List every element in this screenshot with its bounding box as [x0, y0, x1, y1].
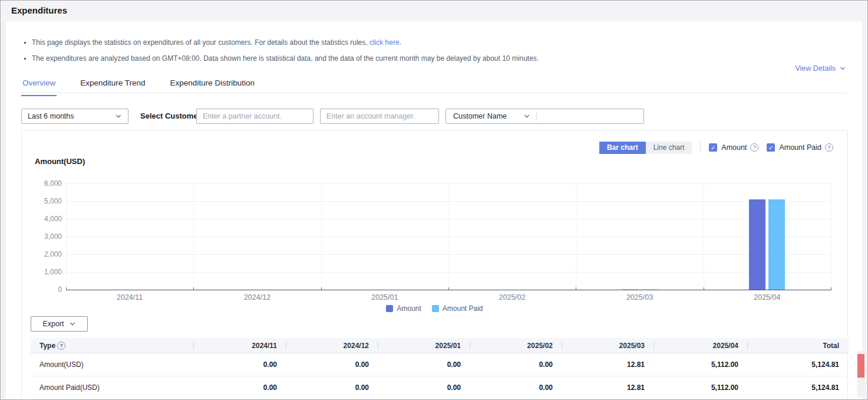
notice-suffix: . — [400, 38, 401, 47]
account-manager-field — [320, 109, 439, 124]
row-value-cell: 12.81 — [562, 376, 654, 399]
customer-field-select[interactable]: Customer Name — [446, 112, 536, 120]
column-header-2025-04: 2025/04 — [654, 338, 748, 353]
partner-account-field — [196, 109, 313, 124]
row-value-cell: 0.00 — [378, 353, 470, 376]
row-value-cell: 5,124.81 — [748, 376, 849, 399]
tab-expenditure-distribution[interactable]: Expenditure Distribution — [169, 78, 256, 96]
legend-item-amount[interactable]: Amount — [386, 304, 421, 313]
legend-swatch — [432, 305, 439, 312]
expenditures-page: Expenditures This page displays the stat… — [0, 0, 868, 400]
y-axis-tick-label: 0 — [27, 286, 62, 294]
x-axis-label: 2024/12 — [231, 293, 284, 301]
y-axis-tick-label: 6,000 — [27, 179, 62, 188]
legend-label: Amount Paid — [443, 304, 483, 313]
legend-swatch — [386, 305, 393, 312]
row-value-cell: 0.00 — [194, 376, 286, 399]
column-header-2025-01: 2025/01 — [378, 338, 470, 353]
vertical-gridline — [321, 183, 322, 290]
column-header-type: Type? — [31, 338, 194, 353]
vertical-gridline — [193, 183, 194, 290]
notice-list: This page displays the statistics on exp… — [24, 39, 539, 71]
tab-overview[interactable]: Overview — [21, 78, 57, 96]
vertical-scrollbar-track[interactable] — [857, 351, 864, 397]
column-header-2025-02: 2025/02 — [470, 338, 562, 353]
row-type-label: Amount Paid(USD) — [31, 376, 194, 399]
vertical-gridline — [66, 183, 67, 290]
chevron-down-icon — [115, 113, 122, 120]
export-label: Export — [42, 320, 64, 328]
column-header-2024-12: 2024/12 — [286, 338, 378, 353]
filter-bar: Last 6 months Select Customer Customer N… — [6, 109, 862, 124]
chevron-down-icon — [69, 320, 76, 327]
notice-item: This page displays the statistics on exp… — [24, 39, 539, 47]
x-axis-label: 2024/11 — [103, 293, 156, 301]
y-axis-tick-label: 5,000 — [27, 197, 62, 205]
vertical-gridline — [831, 183, 831, 290]
x-axis-label: 2025/04 — [741, 293, 794, 301]
vertical-gridline — [704, 183, 704, 290]
bar-amount — [622, 289, 638, 290]
customer-name-input[interactable] — [537, 109, 643, 123]
row-value-cell: 0.00 — [194, 353, 286, 376]
click-here-link[interactable]: click here — [369, 38, 400, 47]
content-card: This page displays the statistics on exp… — [6, 21, 862, 399]
x-axis-label: 2025/03 — [613, 293, 666, 301]
x-axis-label: 2025/02 — [486, 293, 539, 301]
x-axis-line — [66, 290, 831, 290]
row-value-cell: 0.00 — [378, 376, 470, 399]
column-header-2024-11: 2024/11 — [194, 338, 286, 353]
bar-amount-paid — [768, 199, 785, 290]
account-manager-input[interactable] — [326, 109, 433, 123]
bar-amount-paid — [641, 289, 658, 290]
y-axis-tick-label: 2,000 — [27, 250, 62, 258]
vertical-gridline — [448, 183, 449, 290]
row-value-cell: 12.81 — [562, 353, 654, 376]
tab-expenditure-trend[interactable]: Expenditure Trend — [79, 78, 146, 96]
legend-item-amount-paid[interactable]: Amount Paid — [432, 304, 483, 313]
page-title: Expenditures — [11, 5, 67, 15]
table-header-row: Type?2024/112024/122025/012025/022025/03… — [31, 338, 849, 353]
help-icon[interactable]: ? — [57, 342, 65, 350]
y-axis-tick-label: 4,000 — [27, 215, 62, 223]
partner-account-input[interactable] — [203, 109, 307, 123]
select-customer-label: Select Customer — [140, 109, 201, 124]
column-header-total: Total — [748, 338, 849, 353]
view-details-link[interactable]: View Details — [795, 64, 846, 73]
legend-label: Amount — [397, 304, 421, 313]
vertical-scrollbar-thumb[interactable] — [857, 354, 864, 378]
row-value-cell: 5,124.81 — [748, 353, 849, 376]
time-range-select[interactable]: Last 6 months — [21, 109, 128, 124]
expenditure-table: Type?2024/112024/122025/012025/022025/03… — [31, 338, 849, 399]
table-row: Amount(USD)0.000.000.000.0012.815,112.00… — [31, 353, 849, 376]
chevron-down-icon — [523, 113, 530, 120]
row-value-cell: 5,112.00 — [654, 376, 748, 399]
row-value-cell: 0.00 — [470, 353, 562, 376]
x-axis-label: 2025/01 — [358, 293, 411, 301]
bar-amount — [749, 199, 765, 290]
chevron-down-icon — [839, 65, 846, 72]
y-axis-tick-label: 3,000 — [27, 232, 62, 241]
customer-field-value: Customer Name — [453, 112, 507, 120]
table-row: Amount Paid(USD)0.000.000.000.0012.815,1… — [31, 376, 849, 399]
vertical-gridline — [576, 183, 576, 290]
row-value-cell: 0.00 — [286, 353, 378, 376]
notice-text: This page displays the statistics on exp… — [32, 38, 369, 47]
tab-divider — [20, 93, 847, 93]
row-value-cell: 0.00 — [470, 376, 562, 399]
row-value-cell: 5,112.00 — [654, 353, 748, 376]
chart-panel: Bar chart Line chart ✓ Amount ? ✓ Amount… — [21, 130, 848, 400]
export-button[interactable]: Export — [31, 316, 88, 332]
table-body: Amount(USD)0.000.000.000.0012.815,112.00… — [31, 353, 849, 399]
notice-item: The expenditures are analyzed based on G… — [24, 55, 539, 63]
chart-legend: AmountAmount Paid — [22, 304, 847, 313]
view-details-label: View Details — [795, 64, 836, 73]
y-axis-tick-label: 1,000 — [27, 268, 62, 276]
notice-text: The expenditures are analyzed based on G… — [32, 54, 539, 63]
tab-bar: Overview Expenditure Trend Expenditure D… — [21, 78, 256, 96]
time-range-value: Last 6 months — [28, 112, 74, 120]
page-header: Expenditures — [1, 1, 867, 21]
column-header-2025-03: 2025/03 — [562, 338, 654, 353]
row-type-label: Amount(USD) — [31, 353, 194, 376]
row-value-cell: 0.00 — [286, 376, 378, 399]
